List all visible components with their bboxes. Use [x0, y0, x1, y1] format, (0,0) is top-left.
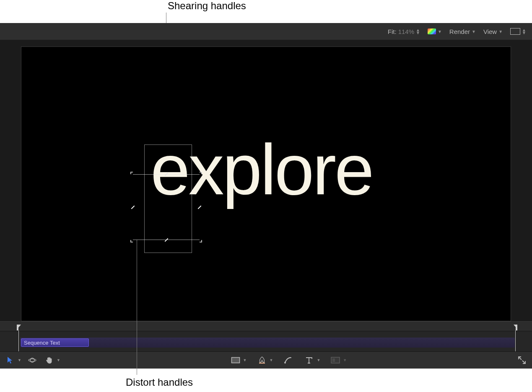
chevron-down-icon: [438, 29, 442, 34]
pan-tool[interactable]: [43, 354, 60, 366]
svg-rect-3: [259, 363, 265, 364]
distort-handle-top-left[interactable]: [130, 172, 135, 177]
playhead-line[interactable]: [18, 330, 19, 354]
chevron-down-icon: [57, 358, 60, 362]
fullscreen-button[interactable]: [516, 354, 528, 366]
image-well-icon: [330, 354, 341, 366]
viewport-layout-menu[interactable]: [510, 28, 526, 35]
fit-zoom-control[interactable]: Fit: 114%: [388, 28, 420, 35]
canvas-text-object[interactable]: explore: [151, 134, 373, 205]
canvas[interactable]: explore: [21, 46, 511, 321]
svg-point-1: [29, 359, 36, 361]
mini-timeline: Sequence Text: [0, 321, 532, 369]
paint-stroke-tool[interactable]: [282, 354, 294, 366]
timeline-ruler[interactable]: [0, 322, 532, 331]
distort-handle-bottom-right[interactable]: [197, 237, 202, 242]
canvas-toolbar: [0, 351, 532, 369]
annotation-distort-line: [137, 240, 137, 375]
shape-mask-tool[interactable]: [230, 354, 247, 366]
viewport-icon: [510, 28, 520, 35]
color-swatch-icon: [428, 28, 436, 34]
text-tool[interactable]: [303, 354, 320, 366]
rectangle-icon: [230, 354, 241, 366]
svg-rect-2: [231, 358, 239, 363]
end-of-project-line: [515, 330, 516, 354]
render-label: Render: [449, 28, 470, 35]
pen-icon: [256, 354, 268, 366]
hand-icon: [43, 354, 55, 366]
svg-point-4: [284, 362, 286, 364]
annotation-distort: Distort handles: [126, 377, 193, 388]
shearing-handle-right[interactable]: [197, 205, 202, 210]
play-range-out-marker[interactable]: [514, 325, 517, 330]
annotation-shearing: Shearing handles: [168, 0, 246, 12]
shearing-handle-left[interactable]: [130, 205, 135, 210]
bezier-tool[interactable]: [256, 354, 273, 366]
view-menu[interactable]: View: [483, 28, 503, 35]
arrow-icon: [4, 354, 16, 366]
stepper-icon: [416, 28, 420, 34]
text-icon: [303, 354, 315, 366]
viewer-toolbar: Fit: 114% Render View: [0, 23, 532, 40]
chevron-down-icon: [18, 358, 21, 362]
chevron-down-icon: [243, 358, 247, 362]
fit-label: Fit:: [388, 28, 397, 35]
adjust-glyph-tool[interactable]: [330, 354, 347, 366]
select-tool[interactable]: [4, 354, 21, 366]
view-label: View: [483, 28, 497, 35]
shearing-handle-bottom[interactable]: [164, 237, 169, 242]
timeline-tracks[interactable]: Sequence Text: [0, 331, 532, 352]
distort-handle-bottom-left[interactable]: [130, 237, 135, 242]
canvas-ruler: [0, 40, 532, 45]
render-menu[interactable]: Render: [449, 28, 476, 35]
chevron-down-icon: [270, 358, 273, 362]
chevron-down-icon: [343, 358, 347, 362]
orbit-3d-tool[interactable]: [26, 354, 38, 366]
play-range-in-marker[interactable]: [17, 325, 21, 330]
distort-handle-top-right[interactable]: [197, 172, 202, 177]
chevron-down-icon: [498, 29, 503, 34]
app-window: Fit: 114% Render View explore: [0, 23, 532, 368]
timeline-track-background: [20, 338, 515, 348]
stepper-icon: [522, 28, 526, 34]
timeline-clip[interactable]: Sequence Text: [21, 338, 89, 347]
chevron-down-icon: [472, 29, 476, 34]
shearing-handle-top[interactable]: [164, 172, 169, 177]
fit-value: 114%: [398, 28, 414, 35]
chevron-down-icon: [317, 358, 320, 362]
color-channel-menu[interactable]: [428, 28, 442, 34]
svg-rect-6: [332, 358, 335, 362]
